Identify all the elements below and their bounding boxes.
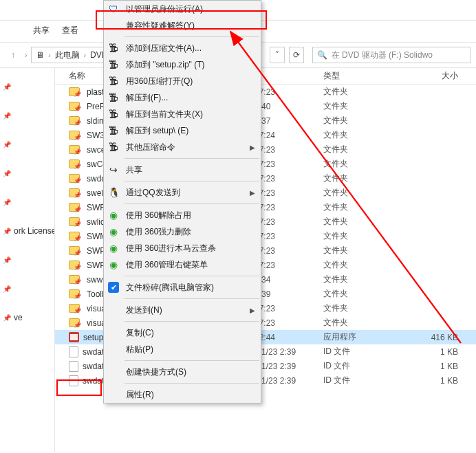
file-type: 文件夹 (323, 274, 406, 285)
folder-icon (69, 116, 80, 125)
360-icon: ◉ (107, 208, 120, 222)
menu-item[interactable]: 🗜解压到 setup\ (E) (104, 122, 261, 139)
breadcrumb[interactable]: 🖥 › 此电脑 › DVD (31, 47, 112, 63)
leftnav-item[interactable]: 📌 (0, 159, 54, 188)
refresh-button[interactable]: ⟳ (289, 47, 304, 63)
menu-item-label: 使用 360解除占用 (126, 210, 255, 221)
leftnav-item[interactable]: 📌ve (0, 303, 54, 332)
menu-item-label: 兼容性疑难解答(Y) (126, 20, 255, 32)
menu-item-label: 复制(C) (126, 327, 255, 339)
menu-separator (125, 276, 259, 276)
pin-icon: 📌 (3, 170, 11, 177)
menu-item[interactable]: ✔文件粉碎(腾讯电脑管家) (104, 279, 261, 296)
search-input[interactable]: 🔍 在 DVD 驱动器 (F:) Solidwo (312, 47, 470, 63)
file-icon (69, 361, 78, 372)
blank-icon (107, 19, 120, 32)
file-type: 文件夹 (323, 201, 406, 213)
leftnav-item[interactable]: 📌 (0, 130, 54, 159)
tab-share[interactable]: 共享 (33, 25, 50, 36)
file-type: 文件夹 (323, 216, 406, 228)
leftnav-item[interactable]: 📌 (0, 188, 54, 217)
menu-item[interactable]: 🗜解压到(F)... (104, 89, 261, 106)
menu-item[interactable]: 创建快捷方式(S) (104, 364, 261, 380)
pin-icon: 📌 (3, 141, 11, 148)
col-type[interactable]: 类型 (323, 70, 406, 82)
leftnav-item[interactable]: 📌 (0, 245, 54, 274)
menu-item-label: 使用 360管理右键菜单 (126, 259, 255, 271)
installer-icon (69, 332, 79, 342)
leftnav-item[interactable]: 📌 (0, 274, 54, 303)
file-type: ID 文件 (323, 346, 406, 357)
menu-item-label: 创建快捷方式(S) (126, 366, 255, 378)
menu-item[interactable]: 🛡以管理员身份运行(A) (104, 1, 261, 17)
menu-item[interactable]: 🗜其他压缩命令▶ (104, 139, 261, 155)
qqmgr-icon: ✔ (108, 282, 119, 293)
menu-item[interactable]: ↪共享 (104, 162, 261, 178)
file-size: 1 KB (406, 362, 476, 371)
pin-icon: 📌 (3, 199, 11, 206)
blank-icon (107, 303, 120, 317)
menu-item[interactable]: 兼容性疑难解答(Y) (104, 17, 261, 34)
search-placeholder: 在 DVD 驱动器 (F:) Solidwo (332, 49, 433, 61)
share-icon: ↪ (107, 163, 120, 177)
menu-item-label: 用360压缩打开(Q) (126, 76, 255, 87)
folder-icon (69, 289, 80, 298)
menu-item[interactable]: ◉使用 360解除占用 (104, 207, 261, 223)
menu-item[interactable]: ◉使用 360管理右键菜单 (104, 256, 261, 273)
leftnav-item[interactable]: 📌ork License I (0, 217, 54, 245)
folder-icon (69, 159, 80, 168)
pin-icon: 📌 (3, 285, 11, 293)
menu-item[interactable]: ◉使用 360强力删除 (104, 223, 261, 240)
folder-icon (69, 203, 80, 212)
menu-item-label: 添加到 "setup.zip" (T) (126, 59, 255, 71)
menu-item-label: 使用 360强力删除 (126, 226, 255, 238)
pin-icon: 📌 (3, 83, 11, 91)
menu-item[interactable]: 粘贴(P) (104, 341, 261, 357)
file-icon (69, 375, 78, 386)
menu-item[interactable]: 🗜解压到当前文件夹(X) (104, 106, 261, 122)
left-nav[interactable]: 📌📌📌📌📌📌ork License I📌📌📌ve (0, 68, 55, 452)
leftnav-item[interactable]: 📌 (0, 72, 54, 101)
pc-icon: 🖥 (36, 50, 44, 60)
menu-item-label: 其他压缩命令 (126, 142, 244, 153)
menu-item[interactable]: 发送到(N)▶ (104, 302, 261, 318)
file-name: swwi (87, 275, 105, 285)
file-type: 文件夹 (323, 86, 406, 98)
menu-item-label: 添加到压缩文件(A)... (126, 43, 255, 54)
up-button[interactable]: ↑ (6, 47, 21, 63)
menu-item[interactable]: 属性(R) (104, 386, 261, 403)
col-size[interactable]: 大小 (406, 70, 476, 82)
folder-icon (69, 217, 80, 226)
file-type: ID 文件 (323, 360, 406, 372)
file-size: 1 KB (406, 347, 476, 357)
file-type: 文件夹 (323, 288, 406, 300)
file-type: 文件夹 (323, 129, 406, 141)
blank-icon (107, 326, 120, 340)
menu-separator (125, 360, 259, 361)
folder-icon (69, 188, 80, 197)
menu-item[interactable]: ◉使用 360进行木马云查杀 (104, 240, 261, 256)
menu-separator (125, 298, 259, 299)
blank-icon (107, 388, 120, 401)
menu-item[interactable]: 复制(C) (104, 324, 261, 341)
blank-icon (107, 342, 120, 356)
menu-item-label: 以管理员身份运行(A) (126, 3, 255, 15)
menu-item[interactable]: 🗜用360压缩打开(Q) (104, 73, 261, 89)
menu-item-label: 发送到(N) (126, 305, 244, 316)
folder-icon (69, 318, 80, 327)
leftnav-item[interactable]: 📌 (0, 101, 54, 130)
menu-item[interactable]: 🐧通过QQ发送到▶ (104, 184, 261, 201)
breadcrumb-this-pc[interactable]: 此电脑 (55, 49, 80, 61)
360-icon: ◉ (107, 258, 120, 272)
archive-icon: 🗜 (107, 74, 120, 88)
menu-item[interactable]: 🗜添加到压缩文件(A)... (104, 40, 261, 56)
tab-view[interactable]: 查看 (62, 25, 78, 36)
submenu-arrow-icon: ▶ (250, 189, 255, 197)
menu-item-label: 解压到当前文件夹(X) (126, 109, 255, 120)
menu-item[interactable]: 🗜添加到 "setup.zip" (T) (104, 56, 261, 73)
file-type: 文件夹 (323, 317, 406, 329)
submenu-arrow-icon: ▶ (250, 144, 255, 151)
address-history-button[interactable]: ˅ (270, 47, 285, 63)
archive-icon: 🗜 (107, 91, 120, 104)
file-type: 文件夹 (323, 100, 406, 112)
